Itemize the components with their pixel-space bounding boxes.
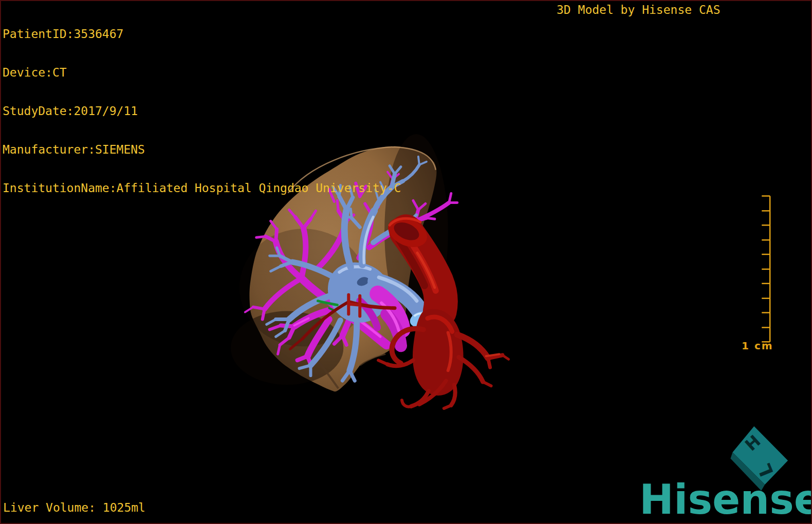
metadata-line-device: Device:CT [3,66,401,79]
watermark-title: 3D Model by Hisense CAS [557,3,721,16]
liver-volume-label: Liver Volume: 1025ml [3,501,145,514]
metadata-line-institution: InstitutionName:Affiliated Hospital Qing… [3,182,401,195]
viewer-screen: H L PatientID:3536467 Device:CT StudyDat… [0,0,812,524]
scale-ruler [762,196,770,342]
metadata-line-patient-id: PatientID:3536467 [3,28,401,41]
scale-bar-label: 1 cm [742,340,773,352]
metadata-line-manufacturer: Manufacturer:SIEMENS [3,143,401,156]
patient-metadata: PatientID:3536467 Device:CT StudyDate:20… [3,2,401,220]
hisense-wordmark: Hisense [639,479,812,520]
metadata-line-study-date: StudyDate:2017/9/11 [3,105,401,118]
